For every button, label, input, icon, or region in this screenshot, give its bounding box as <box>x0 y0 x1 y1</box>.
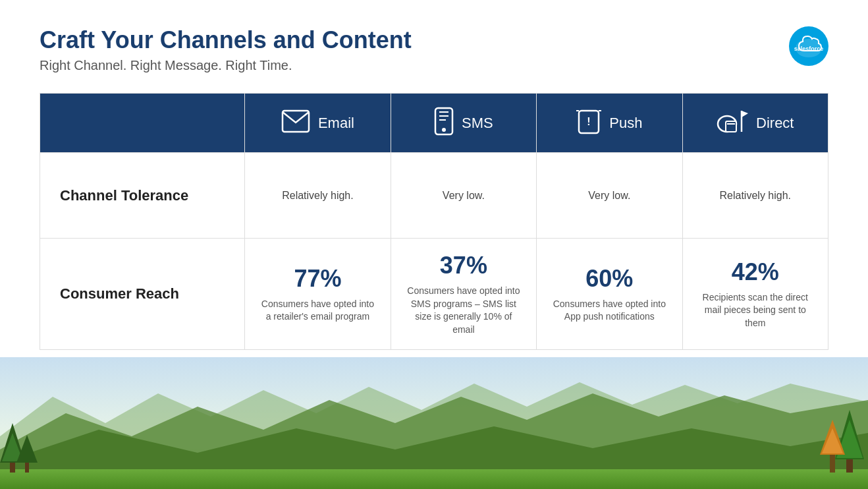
reach-push-percent: 60% <box>553 265 666 293</box>
header-direct: Direct <box>682 94 828 153</box>
reach-direct-desc: Recipients scan the direct mail pieces b… <box>699 291 812 330</box>
consumer-reach-label: Consumer Reach <box>60 285 179 302</box>
consumer-reach-row: Consumer Reach 77% Consumers have opted … <box>40 239 828 350</box>
tolerance-email-value: Relatively high. <box>282 190 354 201</box>
header-email: Email <box>245 94 391 153</box>
tolerance-direct-value: Relatively high. <box>720 190 792 201</box>
push-label: Push <box>609 115 642 132</box>
reach-sms-percent: 37% <box>407 252 520 279</box>
sms-label: SMS <box>462 115 493 132</box>
tolerance-row-label: Channel Tolerance <box>40 153 245 239</box>
main-title: Craft Your Channels and Content <box>40 26 412 54</box>
title-block: Craft Your Channels and Content Right Ch… <box>40 26 412 73</box>
svg-text:!: ! <box>587 116 591 127</box>
svg-rect-29 <box>726 121 736 132</box>
reach-row-label: Consumer Reach <box>40 239 245 350</box>
tolerance-push-value: Very low. <box>588 190 630 201</box>
header-sms: SMS <box>391 94 536 153</box>
tolerance-push-cell: Very low. <box>537 153 682 239</box>
tolerance-sms-cell: Very low. <box>391 153 536 239</box>
tolerance-email-cell: Relatively high. <box>245 153 391 239</box>
reach-email-desc: Consumers have opted into a retailer's e… <box>261 298 374 324</box>
header-empty-cell <box>40 94 245 153</box>
svg-rect-4 <box>0 469 868 489</box>
reach-email-cell: 77% Consumers have opted into a retailer… <box>245 239 391 350</box>
reach-email-percent: 77% <box>261 265 374 293</box>
direct-icon <box>717 108 748 138</box>
header-push: ! Push <box>537 94 682 153</box>
svg-point-23 <box>442 128 446 132</box>
subtitle: Right Channel. Right Message. Right Time… <box>40 58 412 73</box>
email-label: Email <box>318 115 354 132</box>
reach-sms-desc: Consumers have opted into SMS programs –… <box>407 285 520 336</box>
channel-tolerance-row: Channel Tolerance Relatively high. Very … <box>40 153 828 239</box>
svg-rect-18 <box>283 111 309 132</box>
reach-push-desc: Consumers have opted into App push notif… <box>553 298 666 324</box>
channel-tolerance-label: Channel Tolerance <box>60 187 188 204</box>
tolerance-direct-cell: Relatively high. <box>682 153 828 239</box>
reach-direct-cell: 42% Recipients scan the direct mail piec… <box>682 239 828 350</box>
direct-label: Direct <box>756 115 794 132</box>
channels-table: Email S <box>40 93 828 350</box>
salesforce-logo: salesforce <box>789 26 828 66</box>
push-icon: ! <box>576 107 601 139</box>
page-header: Craft Your Channels and Content Right Ch… <box>40 26 828 73</box>
reach-sms-cell: 37% Consumers have opted into SMS progra… <box>391 239 536 350</box>
reach-direct-percent: 42% <box>699 258 812 286</box>
email-icon <box>281 109 310 136</box>
sms-icon <box>434 107 454 139</box>
tolerance-sms-value: Very low. <box>443 190 485 201</box>
reach-push-cell: 60% Consumers have opted into App push n… <box>537 239 682 350</box>
table-header-row: Email S <box>40 94 828 153</box>
